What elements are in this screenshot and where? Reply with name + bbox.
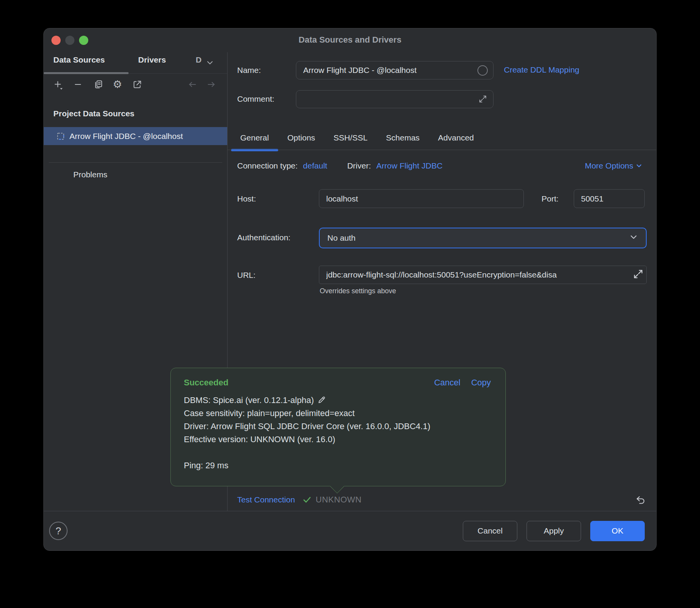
comment-label: Comment: (237, 94, 274, 104)
cancel-button[interactable]: Cancel (463, 521, 517, 541)
dialog-footer: ? Cancel Apply OK (44, 511, 656, 550)
chevron-down-icon (636, 162, 642, 169)
edit-pencil-icon[interactable] (317, 395, 326, 405)
help-button[interactable]: ? (49, 522, 68, 540)
sidebar-divider (49, 162, 222, 163)
data-source-icon (56, 132, 65, 140)
ok-button[interactable]: OK (590, 521, 645, 541)
test-connection-row: Test Connection UNKNOWN (228, 488, 656, 511)
expand-comment-icon[interactable] (478, 94, 488, 104)
undo-icon[interactable] (635, 494, 646, 506)
back-arrow-icon (187, 79, 198, 90)
connection-result: UNKNOWN (316, 495, 362, 505)
connection-type-value-link[interactable]: default (303, 161, 327, 170)
create-ddl-mapping-link[interactable]: Create DDL Mapping (504, 65, 579, 74)
more-options-link[interactable]: More Options (585, 161, 642, 170)
chevron-down-icon[interactable] (205, 58, 215, 67)
popup-copy-link[interactable]: Copy (471, 378, 491, 388)
popup-cancel-link[interactable]: Cancel (434, 378, 460, 388)
sidebar-toolbar: ⚙ (44, 74, 227, 95)
port-label: Port: (542, 194, 558, 203)
remove-icon[interactable] (73, 79, 83, 90)
chevron-down-icon (629, 233, 638, 244)
tab-ddl-truncated[interactable]: D (196, 55, 201, 64)
name-input[interactable] (296, 61, 494, 79)
url-hint: Overrides settings above (320, 287, 396, 295)
connection-type-label: Connection type: (237, 161, 298, 170)
popup-status: Succeeded (184, 378, 228, 388)
authentication-value: No auth (327, 233, 356, 243)
popup-ping: Ping: 29 ms (184, 459, 491, 472)
sidebar-tab-bar: Data Sources Drivers D (44, 52, 227, 74)
tab-ssh-ssl[interactable]: SSH/SSL (324, 125, 377, 150)
expand-url-icon[interactable] (632, 268, 644, 280)
test-connection-link[interactable]: Test Connection (237, 495, 295, 504)
titlebar: Data Sources and Drivers (44, 28, 656, 52)
screen: Data Sources and Drivers Data Sources Dr… (0, 0, 700, 608)
host-label: Host: (237, 194, 256, 203)
data-source-list-item-selected[interactable]: Arrow Flight JDBC - @localhost (44, 127, 227, 145)
open-in-window-icon[interactable] (132, 79, 143, 90)
connection-type-row: Connection type: default Driver: Arrow F… (237, 158, 642, 173)
tab-schemas[interactable]: Schemas (377, 125, 429, 150)
port-input[interactable] (574, 189, 645, 208)
window-title: Data Sources and Drivers (44, 35, 656, 45)
sidebar-item-problems[interactable]: Problems (73, 170, 107, 179)
authentication-label: Authentication: (237, 233, 291, 242)
duplicate-icon[interactable] (93, 79, 104, 90)
popup-case-line: Case sensitivity: plain=upper, delimited… (184, 407, 491, 420)
url-input[interactable] (319, 266, 647, 284)
tab-bar-divider (228, 150, 656, 150)
add-icon[interactable] (53, 79, 63, 90)
popup-version-line: Effective version: UNKNOWN (ver. 16.0) (184, 433, 491, 446)
comment-input[interactable] (296, 90, 494, 108)
popup-driver-line: Driver: Arrow Flight SQL JDBC Driver Cor… (184, 420, 491, 433)
driver-label: Driver: (347, 161, 371, 170)
popup-dbms-line: DBMS: Spice.ai (ver. 0.12.1-alpha) (184, 394, 491, 407)
tab-drivers[interactable]: Drivers (138, 55, 166, 64)
name-color-ring-icon[interactable] (477, 65, 488, 76)
test-connection-popup: Succeeded Cancel Copy DBMS: Spice.ai (ve… (170, 368, 506, 486)
tab-data-sources[interactable]: Data Sources (53, 55, 105, 64)
tab-options[interactable]: Options (278, 125, 324, 150)
gear-icon[interactable]: ⚙ (112, 79, 123, 90)
authentication-select[interactable]: No auth (319, 228, 647, 248)
host-input[interactable] (319, 189, 524, 208)
tab-advanced[interactable]: Advanced (429, 125, 483, 150)
success-check-icon (302, 495, 312, 505)
data-source-name: Arrow Flight JDBC - @localhost (69, 132, 183, 141)
data-sources-dialog: Data Sources and Drivers Data Sources Dr… (43, 28, 657, 551)
name-label: Name: (237, 66, 261, 75)
project-data-sources-header: Project Data Sources (53, 109, 134, 118)
apply-button[interactable]: Apply (527, 521, 581, 541)
tab-general[interactable]: General (231, 125, 278, 150)
driver-value-link[interactable]: Arrow Flight JDBC (376, 161, 443, 170)
forward-arrow-icon (206, 79, 217, 90)
settings-tab-bar: General Options SSH/SSL Schemas Advanced (231, 125, 656, 150)
url-label: URL: (237, 271, 256, 280)
